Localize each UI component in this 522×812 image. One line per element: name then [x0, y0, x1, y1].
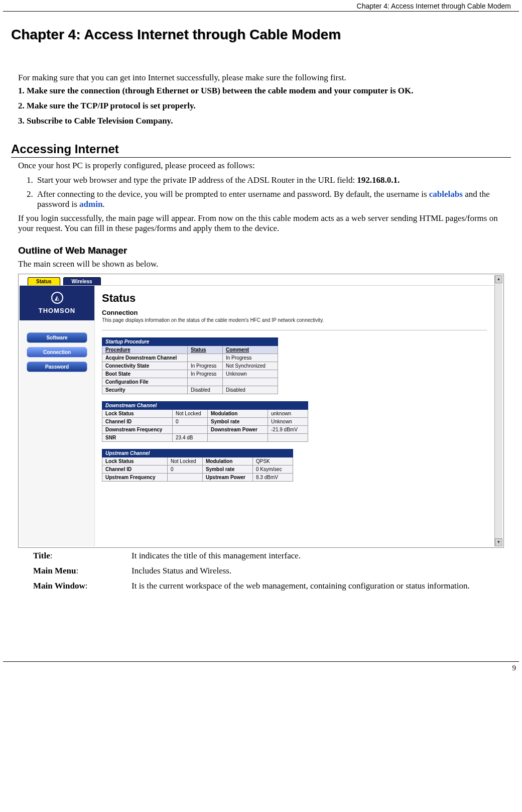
- cell: Not Locked: [168, 457, 203, 465]
- steps-list: Start your web browser and type the priv…: [18, 175, 511, 209]
- cell: Unknown: [223, 370, 278, 378]
- cell: Configuration File: [102, 378, 188, 386]
- step-2-post: .: [102, 199, 104, 209]
- checklist-item-3: 3. Subscribe to Cable Television Company…: [18, 116, 511, 126]
- sidebar-btn-password[interactable]: Password: [27, 362, 87, 372]
- sub-paragraph: The main screen will be shown as below.: [18, 259, 511, 270]
- cell: Acquire Downstream Channel: [102, 354, 188, 362]
- cell: Symbol rate: [203, 465, 253, 473]
- cell: 0: [168, 465, 203, 473]
- def-term: Main Window: [33, 581, 85, 591]
- logo-text: THOMSON: [20, 307, 94, 314]
- cell: -21.9 dBmV: [268, 425, 308, 433]
- startup-col-0: Procedure: [102, 345, 188, 354]
- step-1: Start your web browser and type the priv…: [35, 175, 511, 185]
- step-2-username: cablelabs: [429, 189, 463, 199]
- cell: SNR: [102, 433, 173, 441]
- checklist-item-1: 1. Make sure the connection (through Eth…: [18, 86, 511, 96]
- step-2: After connecting to the device, you will…: [35, 189, 511, 209]
- cell: Security: [102, 386, 188, 394]
- page-number: 9: [512, 664, 516, 672]
- cell: Unknown: [268, 417, 308, 425]
- def-row: Main Window: It is the current workspace…: [33, 581, 504, 591]
- cell: Disabled: [223, 386, 278, 394]
- upstream-title: Upstream Channel: [102, 449, 293, 457]
- login-paragraph: If you login successfully, the main page…: [18, 213, 511, 234]
- upstream-table: Upstream Channel Lock StatusNot LockedMo…: [102, 449, 293, 482]
- startup-col-1: Status: [188, 345, 223, 354]
- cell: 0 Ksym/sec: [253, 465, 293, 473]
- shot-subtitle: Connection: [102, 309, 487, 316]
- cell: 0: [173, 417, 208, 425]
- step-1-text: Start your web browser and type the priv…: [37, 175, 357, 185]
- def-term: Main Menu: [33, 566, 76, 575]
- cell: [268, 433, 308, 441]
- sidebar: ◭ THOMSON Software Connection Password: [20, 286, 95, 546]
- shot-title: Status: [102, 292, 487, 305]
- cell: 23.4 dB: [173, 433, 208, 441]
- def-term: Title: [33, 551, 50, 560]
- cell: Channel ID: [102, 417, 173, 425]
- cell: [188, 378, 223, 386]
- cell: Downstream Frequency: [102, 425, 173, 433]
- cell: In Progress: [188, 362, 223, 370]
- def-row: Title: It indicates the title of this ma…: [33, 551, 504, 561]
- cell: 8.3 dBmV: [253, 473, 293, 481]
- cell: Modulation: [208, 409, 268, 417]
- shot-description: This page displays information on the st…: [102, 317, 487, 330]
- tab-wireless[interactable]: Wireless: [63, 277, 101, 285]
- startup-table: Startup Procedure Procedure Status Comme…: [102, 337, 278, 394]
- cell: unknown: [268, 409, 308, 417]
- chapter-title: Chapter 4: Access Internet through Cable…: [11, 27, 511, 43]
- main-menu-tabs: Status Wireless: [20, 275, 494, 285]
- cell: Upstream Power: [203, 473, 253, 481]
- scroll-up-icon[interactable]: ▲: [495, 275, 502, 283]
- cell: In Progress: [188, 370, 223, 378]
- logo-block: ◭ THOMSON: [20, 286, 94, 320]
- downstream-table: Downstream Channel Lock StatusNot Locked…: [102, 401, 308, 442]
- running-header: Chapter 4: Access Internet through Cable…: [3, 0, 519, 12]
- cell: Symbol rate: [208, 417, 268, 425]
- checklist-item-2: 2. Make sure the TCP/IP protocol is set …: [18, 101, 511, 111]
- cell: QPSK: [253, 457, 293, 465]
- downstream-title: Downstream Channel: [102, 401, 308, 409]
- sidebar-btn-connection[interactable]: Connection: [27, 347, 87, 358]
- cell: Not Synchronized: [223, 362, 278, 370]
- tab-status[interactable]: Status: [28, 277, 60, 285]
- cell: Connectivity State: [102, 362, 188, 370]
- sub-heading: Outline of Web Manager: [18, 245, 511, 256]
- cell: [208, 433, 268, 441]
- logo-icon: ◭: [51, 292, 63, 304]
- cell: Lock Status: [102, 457, 168, 465]
- sidebar-btn-software[interactable]: Software: [27, 332, 87, 343]
- cell: Modulation: [203, 457, 253, 465]
- step-2-pre: After connecting to the device, you will…: [37, 189, 429, 199]
- cell: In Progress: [223, 354, 278, 362]
- cell: Upstream Frequency: [102, 473, 168, 481]
- cell: Disabled: [188, 386, 223, 394]
- page-content: Chapter 4: Access Internet through Cable…: [0, 12, 522, 591]
- cell: Downstream Power: [208, 425, 268, 433]
- cell: Not Locked: [173, 409, 208, 417]
- cell: [168, 473, 203, 481]
- def-desc: Includes Status and Wireless.: [132, 566, 504, 576]
- def-desc: It is the current workspace of the web m…: [132, 581, 504, 591]
- section-heading: Accessing Internet: [11, 142, 511, 158]
- def-desc: It indicates the title of this managemen…: [132, 551, 504, 561]
- screenshot-frame: Status Wireless ◭ THOMSON Software Conne…: [18, 274, 504, 548]
- cell: Boot State: [102, 370, 188, 378]
- scroll-down-icon[interactable]: ▼: [495, 538, 502, 546]
- cell: Channel ID: [102, 465, 168, 473]
- intro-paragraph: For making sure that you can get into In…: [18, 73, 511, 83]
- step-1-ip: 192.168.0.1.: [357, 175, 400, 185]
- startup-title: Startup Procedure: [102, 337, 278, 345]
- def-row: Main Menu: Includes Status and Wireless.: [33, 566, 504, 576]
- section-paragraph: Once your host PC is properly configured…: [18, 161, 511, 171]
- main-window: Status Connection This page displays inf…: [95, 286, 494, 546]
- cell: [223, 378, 278, 386]
- scrollbar[interactable]: ▲ ▼: [494, 275, 502, 546]
- definitions-list: Title: It indicates the title of this ma…: [33, 551, 504, 591]
- cell: Lock Status: [102, 409, 173, 417]
- page-footer: 9: [3, 661, 519, 677]
- cell: [188, 354, 223, 362]
